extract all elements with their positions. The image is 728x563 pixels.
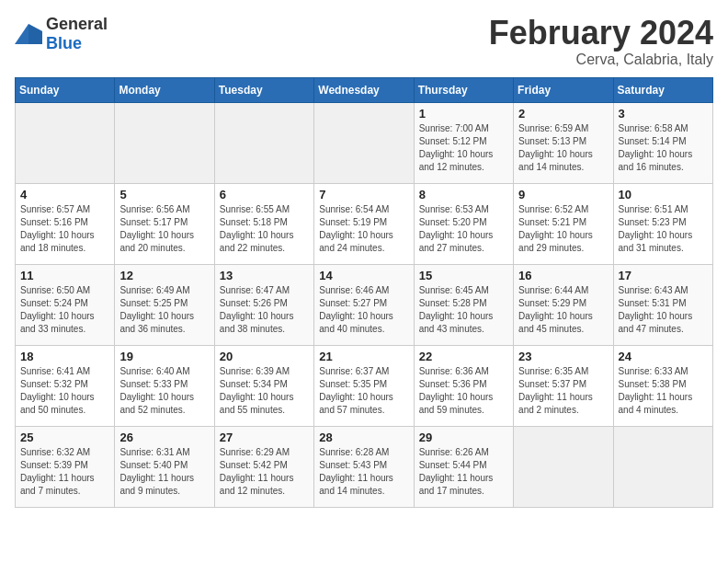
day-header-monday: Monday	[115, 77, 214, 102]
calendar-cell: 25Sunrise: 6:32 AMSunset: 5:39 PMDayligh…	[16, 426, 115, 507]
day-header-tuesday: Tuesday	[214, 77, 313, 102]
calendar-cell: 1Sunrise: 7:00 AMSunset: 5:12 PMDaylight…	[414, 102, 513, 183]
calendar-table: SundayMondayTuesdayWednesdayThursdayFrid…	[15, 77, 713, 508]
day-number: 24	[619, 350, 708, 363]
calendar-cell: 12Sunrise: 6:49 AMSunset: 5:25 PMDayligh…	[115, 264, 214, 345]
day-number: 20	[220, 350, 309, 363]
day-number: 14	[319, 269, 408, 282]
logo-icon	[15, 24, 42, 44]
day-number: 25	[20, 431, 109, 444]
day-number: 19	[119, 350, 209, 363]
day-number: 22	[419, 350, 508, 363]
calendar-cell: 20Sunrise: 6:39 AMSunset: 5:34 PMDayligh…	[214, 345, 313, 426]
calendar-cell: 17Sunrise: 6:43 AMSunset: 5:31 PMDayligh…	[613, 264, 712, 345]
calendar-cell: 19Sunrise: 6:40 AMSunset: 5:33 PMDayligh…	[115, 345, 214, 426]
day-number: 18	[20, 350, 109, 363]
day-number: 7	[319, 188, 408, 201]
day-info: Sunrise: 6:44 AMSunset: 5:29 PMDaylight:…	[518, 284, 608, 336]
logo-blue-text: Blue	[46, 34, 82, 52]
day-header-saturday: Saturday	[613, 77, 712, 102]
calendar-week-row: 4Sunrise: 6:57 AMSunset: 5:16 PMDaylight…	[16, 183, 713, 264]
day-info: Sunrise: 6:37 AMSunset: 5:35 PMDaylight:…	[319, 365, 408, 417]
calendar-cell: 14Sunrise: 6:46 AMSunset: 5:27 PMDayligh…	[314, 264, 414, 345]
calendar-cell: 4Sunrise: 6:57 AMSunset: 5:16 PMDaylight…	[16, 183, 115, 264]
calendar-cell: 3Sunrise: 6:58 AMSunset: 5:14 PMDaylight…	[613, 102, 712, 183]
day-number: 11	[20, 269, 109, 282]
day-number: 15	[419, 269, 508, 282]
day-info: Sunrise: 6:45 AMSunset: 5:28 PMDaylight:…	[419, 284, 508, 336]
day-info: Sunrise: 6:39 AMSunset: 5:34 PMDaylight:…	[220, 365, 309, 417]
page-header: General Blue February 2024 Cerva, Calabr…	[15, 15, 713, 68]
day-number: 3	[619, 107, 708, 121]
calendar-week-row: 18Sunrise: 6:41 AMSunset: 5:32 PMDayligh…	[16, 345, 713, 426]
calendar-cell: 16Sunrise: 6:44 AMSunset: 5:29 PMDayligh…	[514, 264, 613, 345]
day-number: 4	[20, 188, 109, 201]
day-info: Sunrise: 6:57 AMSunset: 5:16 PMDaylight:…	[20, 203, 109, 255]
day-info: Sunrise: 6:29 AMSunset: 5:42 PMDaylight:…	[220, 446, 309, 498]
calendar-cell: 27Sunrise: 6:29 AMSunset: 5:42 PMDayligh…	[214, 426, 313, 507]
day-number: 12	[119, 269, 209, 282]
day-header-friday: Friday	[514, 77, 613, 102]
day-info: Sunrise: 6:51 AMSunset: 5:23 PMDaylight:…	[619, 203, 708, 255]
day-info: Sunrise: 6:50 AMSunset: 5:24 PMDaylight:…	[20, 284, 109, 336]
day-info: Sunrise: 6:53 AMSunset: 5:20 PMDaylight:…	[419, 203, 508, 255]
calendar-cell	[214, 102, 313, 183]
day-number: 29	[419, 431, 508, 444]
day-number: 28	[319, 431, 408, 444]
calendar-cell: 7Sunrise: 6:54 AMSunset: 5:19 PMDaylight…	[314, 183, 414, 264]
calendar-cell: 23Sunrise: 6:35 AMSunset: 5:37 PMDayligh…	[514, 345, 613, 426]
day-number: 21	[319, 350, 408, 363]
calendar-cell: 29Sunrise: 6:26 AMSunset: 5:44 PMDayligh…	[414, 426, 513, 507]
day-info: Sunrise: 6:58 AMSunset: 5:14 PMDaylight:…	[619, 122, 708, 174]
day-number: 13	[220, 269, 309, 282]
calendar-cell	[514, 426, 613, 507]
calendar-cell	[613, 426, 712, 507]
day-header-thursday: Thursday	[414, 77, 513, 102]
day-info: Sunrise: 6:52 AMSunset: 5:21 PMDaylight:…	[518, 203, 608, 255]
day-number: 23	[518, 350, 608, 363]
day-number: 2	[518, 107, 608, 121]
day-info: Sunrise: 6:36 AMSunset: 5:36 PMDaylight:…	[419, 365, 508, 417]
day-number: 26	[119, 431, 209, 444]
day-number: 6	[220, 188, 309, 201]
day-number: 5	[119, 188, 209, 201]
calendar-cell: 15Sunrise: 6:45 AMSunset: 5:28 PMDayligh…	[414, 264, 513, 345]
day-info: Sunrise: 6:26 AMSunset: 5:44 PMDaylight:…	[419, 446, 508, 498]
day-info: Sunrise: 7:00 AMSunset: 5:12 PMDaylight:…	[419, 122, 508, 174]
calendar-header-row: SundayMondayTuesdayWednesdayThursdayFrid…	[16, 77, 713, 102]
day-info: Sunrise: 6:31 AMSunset: 5:40 PMDaylight:…	[119, 446, 209, 498]
calendar-cell: 9Sunrise: 6:52 AMSunset: 5:21 PMDaylight…	[514, 183, 613, 264]
title-block: February 2024 Cerva, Calabria, Italy	[489, 15, 713, 68]
calendar-week-row: 25Sunrise: 6:32 AMSunset: 5:39 PMDayligh…	[16, 426, 713, 507]
calendar-cell: 22Sunrise: 6:36 AMSunset: 5:36 PMDayligh…	[414, 345, 513, 426]
calendar-cell: 24Sunrise: 6:33 AMSunset: 5:38 PMDayligh…	[613, 345, 712, 426]
day-info: Sunrise: 6:49 AMSunset: 5:25 PMDaylight:…	[119, 284, 209, 336]
calendar-body: 1Sunrise: 7:00 AMSunset: 5:12 PMDaylight…	[16, 102, 713, 507]
calendar-cell: 28Sunrise: 6:28 AMSunset: 5:43 PMDayligh…	[314, 426, 414, 507]
day-number: 16	[518, 269, 608, 282]
calendar-cell: 2Sunrise: 6:59 AMSunset: 5:13 PMDaylight…	[514, 102, 613, 183]
calendar-cell: 13Sunrise: 6:47 AMSunset: 5:26 PMDayligh…	[214, 264, 313, 345]
day-number: 17	[619, 269, 708, 282]
day-number: 10	[619, 188, 708, 201]
logo-general-text: General	[46, 15, 108, 33]
day-number: 27	[220, 431, 309, 444]
calendar-week-row: 11Sunrise: 6:50 AMSunset: 5:24 PMDayligh…	[16, 264, 713, 345]
calendar-week-row: 1Sunrise: 7:00 AMSunset: 5:12 PMDaylight…	[16, 102, 713, 183]
calendar-cell	[115, 102, 214, 183]
calendar-cell: 18Sunrise: 6:41 AMSunset: 5:32 PMDayligh…	[16, 345, 115, 426]
calendar-cell: 11Sunrise: 6:50 AMSunset: 5:24 PMDayligh…	[16, 264, 115, 345]
day-number: 8	[419, 188, 508, 201]
day-number: 9	[518, 188, 608, 201]
day-header-sunday: Sunday	[16, 77, 115, 102]
day-header-wednesday: Wednesday	[314, 77, 414, 102]
day-info: Sunrise: 6:43 AMSunset: 5:31 PMDaylight:…	[619, 284, 708, 336]
day-info: Sunrise: 6:46 AMSunset: 5:27 PMDaylight:…	[319, 284, 408, 336]
day-info: Sunrise: 6:32 AMSunset: 5:39 PMDaylight:…	[20, 446, 109, 498]
calendar-cell: 26Sunrise: 6:31 AMSunset: 5:40 PMDayligh…	[115, 426, 214, 507]
day-info: Sunrise: 6:59 AMSunset: 5:13 PMDaylight:…	[518, 122, 608, 174]
day-info: Sunrise: 6:41 AMSunset: 5:32 PMDaylight:…	[20, 365, 109, 417]
location-title: Cerva, Calabria, Italy	[489, 52, 713, 68]
calendar-cell: 6Sunrise: 6:55 AMSunset: 5:18 PMDaylight…	[214, 183, 313, 264]
day-info: Sunrise: 6:40 AMSunset: 5:33 PMDaylight:…	[119, 365, 209, 417]
